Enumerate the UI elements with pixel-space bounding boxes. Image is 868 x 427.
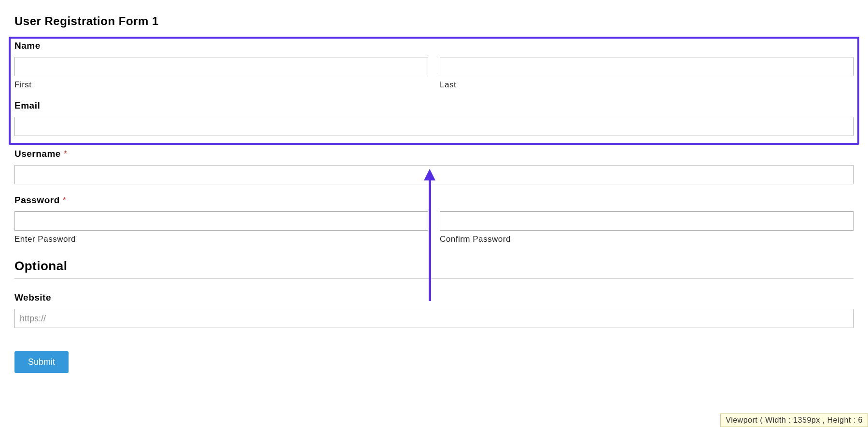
username-field-group: Username * xyxy=(14,149,854,184)
website-input[interactable] xyxy=(14,309,854,328)
email-field-group: Email xyxy=(14,100,854,136)
name-label: Name xyxy=(14,41,854,51)
required-asterisk-icon: * xyxy=(63,195,67,205)
viewport-badge: Viewport ( Width : 1359px , Height : 6 xyxy=(720,413,868,427)
password-label-text: Password xyxy=(14,195,63,205)
optional-section-heading: Optional xyxy=(14,259,854,274)
last-name-input[interactable] xyxy=(440,57,854,76)
required-asterisk-icon: * xyxy=(64,149,68,159)
email-input[interactable] xyxy=(14,117,854,136)
enter-password-sublabel: Enter Password xyxy=(14,234,428,244)
username-input[interactable] xyxy=(14,165,854,184)
first-name-sublabel: First xyxy=(14,80,428,90)
annotation-highlight-box: Name First Last Email xyxy=(9,37,859,145)
password-label: Password * xyxy=(14,195,854,206)
name-field-group: Name First Last xyxy=(14,41,854,90)
section-divider xyxy=(14,278,854,279)
username-label: Username * xyxy=(14,149,854,159)
password-field-group: Password * Enter Password Confirm Passwo… xyxy=(14,195,854,244)
confirm-password-input[interactable] xyxy=(440,211,854,231)
submit-button[interactable]: Submit xyxy=(14,351,69,373)
email-label: Email xyxy=(14,100,854,111)
page-title: User Registration Form 1 xyxy=(14,14,854,28)
last-name-sublabel: Last xyxy=(440,80,854,90)
enter-password-input[interactable] xyxy=(14,211,428,231)
website-field-group: Website xyxy=(14,292,854,328)
first-name-input[interactable] xyxy=(14,57,428,76)
website-label: Website xyxy=(14,292,854,303)
username-label-text: Username xyxy=(14,149,64,159)
confirm-password-sublabel: Confirm Password xyxy=(440,234,854,244)
